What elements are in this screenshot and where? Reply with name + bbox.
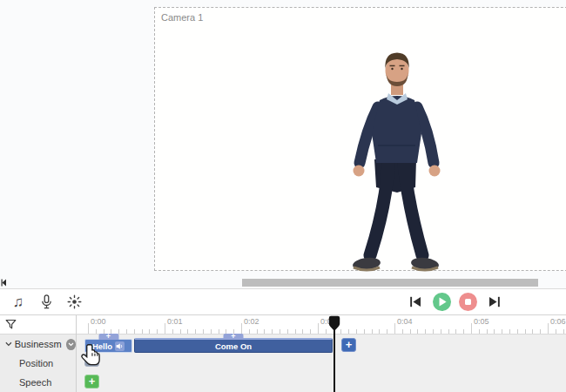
- clip-hello[interactable]: + Hello: [84, 339, 132, 353]
- horizontal-scrollbar[interactable]: [0, 278, 566, 287]
- play-button[interactable]: [433, 293, 451, 311]
- scrollbar-left-arrow-icon[interactable]: [1, 279, 7, 287]
- track-row-speech[interactable]: Speech: [0, 373, 76, 392]
- microphone-icon[interactable]: [37, 293, 56, 312]
- ruler-label: 0:06: [550, 317, 566, 326]
- timeline: Businessm... Position Speech 0:000:010:0…: [0, 315, 566, 392]
- music-notes-icon[interactable]: ♫: [9, 293, 28, 312]
- ruler-minor-ticks: [88, 329, 566, 334]
- time-ruler[interactable]: 0:000:010:020:030:040:050:06: [77, 315, 566, 335]
- ruler-major-tick: [318, 323, 319, 334]
- brightness-icon[interactable]: [64, 293, 84, 312]
- ruler-label: 0:01: [167, 317, 183, 326]
- transport-controls: [406, 289, 504, 314]
- camera-viewport: Camera 1: [154, 7, 566, 271]
- filter-row: [0, 315, 76, 335]
- ruler-label: 0:05: [474, 317, 489, 326]
- add-animation-button[interactable]: +: [341, 338, 356, 352]
- track-row-businessman[interactable]: Businessm...: [0, 335, 76, 354]
- audio-icon: [115, 341, 125, 351]
- chevron-down-icon[interactable]: [5, 341, 12, 347]
- asset-tool-group: ♫: [9, 289, 84, 314]
- timeline-toolbar: ♫: [0, 288, 566, 315]
- ruler-label: 0:04: [397, 317, 413, 326]
- skip-to-end-button[interactable]: [485, 293, 504, 312]
- add-position-button[interactable]: +: [84, 353, 99, 367]
- clip-add-tab[interactable]: +: [224, 334, 244, 340]
- add-speech-button[interactable]: +: [84, 375, 99, 389]
- businessman-character[interactable]: [347, 50, 446, 274]
- tracks-area[interactable]: + Hello + Come On + + +: [77, 335, 566, 392]
- clip-label: Hello: [92, 341, 112, 351]
- track-options-badge[interactable]: [66, 339, 76, 350]
- scrollbar-thumb[interactable]: [242, 279, 538, 287]
- camera-label: Camera 1: [161, 12, 203, 23]
- ruler-major-tick: [241, 323, 242, 334]
- clip-add-tab[interactable]: +: [98, 334, 118, 340]
- track-row-position[interactable]: Position: [0, 354, 76, 373]
- ruler-major-tick: [471, 323, 472, 334]
- ruler-label: 0:00: [91, 317, 106, 326]
- ruler-major-tick: [165, 323, 165, 334]
- skip-to-start-button[interactable]: [406, 293, 425, 312]
- clip-come-on[interactable]: + Come On: [134, 338, 333, 353]
- track-label-businessman: Businessm...: [15, 339, 62, 349]
- track-label-position: Position: [0, 358, 53, 368]
- filter-icon[interactable]: [5, 319, 17, 330]
- track-panel: Businessm... Position Speech: [0, 315, 77, 392]
- stop-button[interactable]: [459, 293, 477, 311]
- playhead-marker[interactable]: [328, 315, 340, 332]
- clip-label: Come On: [215, 341, 252, 351]
- stop-icon: [465, 299, 472, 306]
- ruler-label: 0:02: [244, 317, 259, 326]
- ruler-major-tick: [394, 323, 395, 334]
- chevron-down-icon: [68, 342, 74, 347]
- track-label-speech: Speech: [0, 377, 51, 388]
- ruler-major-tick: [88, 323, 89, 334]
- ruler-major-tick: [548, 323, 549, 334]
